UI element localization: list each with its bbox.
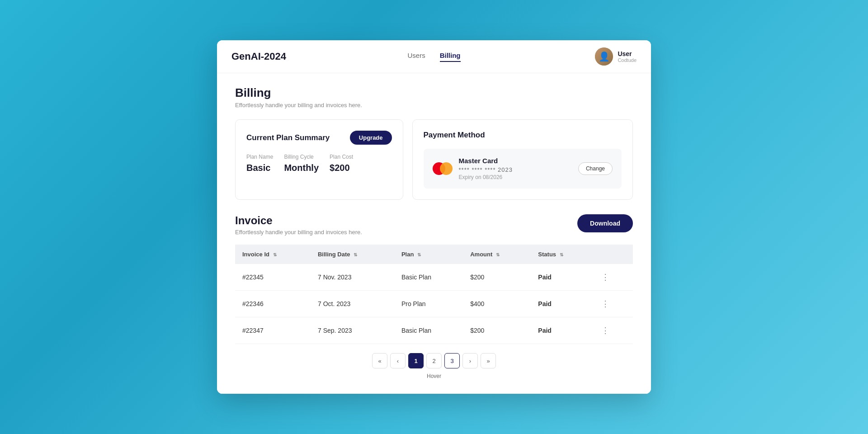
mastercard-icon — [433, 162, 453, 175]
prev-page-button[interactable]: ‹ — [390, 353, 406, 368]
plan-card-header: Current Plan Summary Upgrade — [246, 131, 392, 145]
avatar-image — [595, 47, 613, 66]
sort-icon-invoice-id[interactable]: ⇅ — [273, 252, 277, 257]
page-3-button[interactable]: 3 — [444, 353, 460, 368]
actions-cell: ⋮ — [592, 291, 633, 317]
invoice-subtitle: Effortlessly handle your billing and inv… — [235, 229, 362, 236]
plan-cell: Basic Plan — [394, 317, 463, 344]
next-page-button[interactable]: › — [462, 353, 478, 368]
plan-card-title: Current Plan Summary — [246, 133, 330, 142]
plan-name-col: Plan Name Basic — [246, 154, 273, 173]
tab-billing[interactable]: Billing — [440, 52, 461, 62]
sort-icon-amount[interactable]: ⇅ — [496, 252, 500, 257]
user-text: User Codtude — [618, 50, 637, 63]
avatar — [595, 47, 613, 66]
billing-date-cell: 7 Sep. 2023 — [311, 317, 394, 344]
col-actions — [592, 245, 633, 264]
table-header-row: Invoice Id ⇅ Billing Date ⇅ Plan ⇅ Amoun… — [235, 245, 633, 264]
first-page-button[interactable]: « — [372, 353, 387, 368]
content: Billing Effortlessly handle your billing… — [217, 73, 651, 394]
actions-cell: ⋮ — [592, 264, 633, 291]
upgrade-button[interactable]: Upgrade — [350, 131, 392, 145]
sort-icon-plan[interactable]: ⇅ — [417, 252, 421, 257]
mastercard-right-circle — [440, 162, 453, 175]
more-options-button[interactable]: ⋮ — [599, 272, 611, 282]
user-company: Codtude — [618, 57, 637, 63]
col-plan: Plan ⇅ — [394, 245, 463, 264]
amount-cell: $200 — [463, 264, 531, 291]
invoice-id-cell: #22345 — [235, 264, 311, 291]
header: GenAI-2024 Users Billing User Codtude — [217, 40, 651, 73]
app-logo: GenAI-2024 — [231, 51, 367, 62]
billing-date-cell: 7 Oct. 2023 — [311, 291, 394, 317]
page-title: Billing — [235, 86, 633, 100]
user-info: User Codtude — [501, 47, 637, 66]
download-button[interactable]: Download — [577, 214, 633, 232]
actions-cell: ⋮ — [592, 317, 633, 344]
plan-name-value: Basic — [246, 163, 270, 173]
invoice-title-group: Invoice Effortlessly handle your billing… — [235, 214, 362, 236]
user-name: User — [618, 50, 637, 57]
status-cell: Paid — [531, 291, 592, 317]
payment-method-name: Master Card — [459, 157, 572, 165]
payment-card-title: Payment Method — [424, 131, 485, 140]
amount-cell: $400 — [463, 291, 531, 317]
invoice-table: Invoice Id ⇅ Billing Date ⇅ Plan ⇅ Amoun… — [235, 245, 633, 344]
billing-cycle-label: Billing Cycle — [284, 154, 319, 160]
table-row: #22346 7 Oct. 2023 Pro Plan $400 Paid ⋮ — [235, 291, 633, 317]
sort-icon-billing-date[interactable]: ⇅ — [354, 252, 357, 257]
plan-cell: Pro Plan — [394, 291, 463, 317]
col-billing-date: Billing Date ⇅ — [311, 245, 394, 264]
payment-card: Payment Method Master Card **** **** ***… — [412, 119, 633, 200]
hover-tooltip: Hover — [235, 373, 633, 379]
plan-cell: Basic Plan — [394, 264, 463, 291]
col-invoice-id: Invoice Id ⇅ — [235, 245, 311, 264]
cards-row: Current Plan Summary Upgrade Plan Name B… — [235, 119, 633, 200]
page-1-button[interactable]: 1 — [408, 353, 424, 368]
sort-icon-status[interactable]: ⇅ — [560, 252, 563, 257]
table-body: #22345 7 Nov. 2023 Basic Plan $200 Paid … — [235, 264, 633, 344]
plan-card: Current Plan Summary Upgrade Plan Name B… — [235, 119, 403, 200]
change-payment-button[interactable]: Change — [578, 162, 613, 175]
plan-name-label: Plan Name — [246, 154, 273, 160]
page-subtitle: Effortlessly handle your billing and inv… — [235, 102, 633, 108]
billing-cycle-col: Billing Cycle Monthly — [284, 154, 319, 173]
card-number: **** **** **** 2023 — [459, 166, 572, 173]
payment-inner: Master Card **** **** **** 2023 Expiry o… — [424, 149, 622, 189]
amount-cell: $200 — [463, 317, 531, 344]
billing-date-cell: 7 Nov. 2023 — [311, 264, 394, 291]
invoice-id-cell: #22346 — [235, 291, 311, 317]
page-2-button[interactable]: 2 — [426, 353, 442, 368]
payment-card-header: Payment Method — [424, 131, 622, 140]
more-options-button[interactable]: ⋮ — [599, 299, 611, 309]
payment-details: Master Card **** **** **** 2023 Expiry o… — [459, 157, 572, 180]
plan-cost-col: Plan Cost $200 — [330, 154, 353, 173]
plan-details: Plan Name Basic Billing Cycle Monthly Pl… — [246, 154, 392, 173]
last-page-button[interactable]: » — [481, 353, 496, 368]
card-expiry: Expiry on 08/2026 — [459, 174, 572, 180]
plan-cost-value: $200 — [330, 163, 350, 173]
invoice-title: Invoice — [235, 214, 362, 227]
status-cell: Paid — [531, 317, 592, 344]
more-options-button[interactable]: ⋮ — [599, 326, 611, 335]
col-status: Status ⇅ — [531, 245, 592, 264]
table-row: #22347 7 Sep. 2023 Basic Plan $200 Paid … — [235, 317, 633, 344]
status-cell: Paid — [531, 264, 592, 291]
table-row: #22345 7 Nov. 2023 Basic Plan $200 Paid … — [235, 264, 633, 291]
pagination: « ‹ 1 2 3 › » — [235, 344, 633, 370]
plan-cost-label: Plan Cost — [330, 154, 353, 160]
tab-users[interactable]: Users — [408, 52, 425, 62]
app-window: GenAI-2024 Users Billing User Codtude Bi… — [217, 40, 651, 394]
table-header: Invoice Id ⇅ Billing Date ⇅ Plan ⇅ Amoun… — [235, 245, 633, 264]
billing-cycle-value: Monthly — [284, 163, 319, 173]
invoice-id-cell: #22347 — [235, 317, 311, 344]
invoice-section-header: Invoice Effortlessly handle your billing… — [235, 214, 633, 236]
col-amount: Amount ⇅ — [463, 245, 531, 264]
nav-tabs: Users Billing — [367, 52, 502, 62]
